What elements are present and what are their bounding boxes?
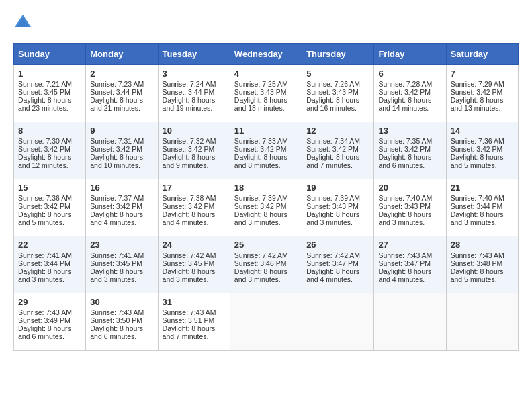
day-number: 15 — [18, 183, 81, 193]
sunset-text: Sunset: 3:42 PM — [378, 145, 441, 153]
calendar-day-cell — [230, 293, 302, 351]
day-number: 25 — [234, 240, 298, 250]
calendar-header-cell: Wednesday — [230, 44, 302, 65]
calendar-day-cell: 28Sunrise: 7:43 AMSunset: 3:48 PMDayligh… — [446, 236, 518, 293]
calendar-day-cell: 2Sunrise: 7:23 AMSunset: 3:44 PMDaylight… — [86, 65, 158, 122]
daylight-text: Daylight: 8 hours and 12 minutes. — [18, 153, 81, 169]
sunrise-text: Sunrise: 7:39 AM — [234, 194, 298, 202]
calendar-week-row: 1Sunrise: 7:21 AMSunset: 3:45 PMDaylight… — [14, 65, 519, 122]
sunrise-text: Sunrise: 7:36 AM — [451, 137, 514, 145]
calendar-day-cell: 8Sunrise: 7:30 AMSunset: 3:42 PMDaylight… — [14, 122, 86, 179]
calendar-day-cell: 30Sunrise: 7:43 AMSunset: 3:50 PMDayligh… — [86, 293, 158, 351]
sunset-text: Sunset: 3:42 PM — [378, 88, 441, 96]
day-number: 21 — [451, 183, 514, 193]
sunrise-text: Sunrise: 7:41 AM — [18, 251, 81, 259]
sunset-text: Sunset: 3:42 PM — [234, 202, 298, 210]
day-number: 3 — [163, 68, 226, 79]
daylight-text: Daylight: 8 hours and 3 minutes. — [234, 267, 298, 283]
sunrise-text: Sunrise: 7:25 AM — [234, 80, 298, 88]
sunrise-text: Sunrise: 7:43 AM — [451, 251, 514, 259]
sunset-text: Sunset: 3:42 PM — [234, 145, 298, 153]
calendar-header-cell: Tuesday — [158, 44, 230, 65]
calendar-header-row: SundayMondayTuesdayWednesdayThursdayFrid… — [14, 44, 519, 65]
day-number: 26 — [306, 240, 369, 250]
day-number: 9 — [90, 126, 153, 136]
calendar-day-cell: 25Sunrise: 7:42 AMSunset: 3:46 PMDayligh… — [230, 236, 302, 293]
day-number: 14 — [451, 126, 514, 136]
sunset-text: Sunset: 3:42 PM — [163, 202, 226, 210]
daylight-text: Daylight: 8 hours and 7 minutes. — [306, 153, 369, 169]
sunrise-text: Sunrise: 7:39 AM — [306, 194, 369, 202]
day-number: 24 — [163, 240, 226, 250]
sunrise-text: Sunrise: 7:29 AM — [451, 80, 514, 88]
day-number: 18 — [234, 183, 298, 193]
day-number: 8 — [18, 126, 81, 136]
sunrise-text: Sunrise: 7:43 AM — [378, 251, 441, 259]
daylight-text: Daylight: 8 hours and 21 minutes. — [90, 96, 153, 112]
calendar-day-cell: 26Sunrise: 7:42 AMSunset: 3:47 PMDayligh… — [302, 236, 374, 293]
calendar-header-cell: Friday — [374, 44, 446, 65]
sunset-text: Sunset: 3:43 PM — [234, 88, 298, 96]
sunset-text: Sunset: 3:45 PM — [163, 259, 226, 267]
calendar-day-cell: 29Sunrise: 7:43 AMSunset: 3:49 PMDayligh… — [14, 293, 86, 351]
sunrise-text: Sunrise: 7:40 AM — [451, 194, 514, 202]
calendar-day-cell: 19Sunrise: 7:39 AMSunset: 3:43 PMDayligh… — [302, 179, 374, 236]
calendar-day-cell: 11Sunrise: 7:33 AMSunset: 3:42 PMDayligh… — [230, 122, 302, 179]
header — [13, 13, 519, 32]
calendar-header-cell: Saturday — [446, 44, 518, 65]
calendar-day-cell — [302, 293, 374, 351]
daylight-text: Daylight: 8 hours and 4 minutes. — [378, 267, 441, 283]
calendar-table: SundayMondayTuesdayWednesdayThursdayFrid… — [13, 43, 519, 351]
daylight-text: Daylight: 8 hours and 19 minutes. — [163, 96, 226, 112]
calendar-day-cell: 23Sunrise: 7:41 AMSunset: 3:45 PMDayligh… — [86, 236, 158, 293]
calendar-day-cell: 4Sunrise: 7:25 AMSunset: 3:43 PMDaylight… — [230, 65, 302, 122]
daylight-text: Daylight: 8 hours and 18 minutes. — [234, 96, 298, 112]
day-number: 19 — [306, 183, 369, 193]
day-number: 31 — [163, 297, 226, 307]
daylight-text: Daylight: 8 hours and 9 minutes. — [163, 153, 226, 169]
sunset-text: Sunset: 3:46 PM — [234, 259, 298, 267]
daylight-text: Daylight: 8 hours and 5 minutes. — [451, 267, 514, 283]
sunrise-text: Sunrise: 7:38 AM — [163, 194, 226, 202]
sunrise-text: Sunrise: 7:31 AM — [90, 137, 153, 145]
sunrise-text: Sunrise: 7:26 AM — [306, 80, 369, 88]
sunrise-text: Sunrise: 7:41 AM — [90, 251, 153, 259]
calendar-header-cell: Thursday — [302, 44, 374, 65]
sunrise-text: Sunrise: 7:32 AM — [163, 137, 226, 145]
day-number: 12 — [306, 126, 369, 136]
sunrise-text: Sunrise: 7:23 AM — [90, 80, 153, 88]
day-number: 5 — [306, 68, 369, 79]
calendar-day-cell: 7Sunrise: 7:29 AMSunset: 3:42 PMDaylight… — [446, 65, 518, 122]
day-number: 17 — [163, 183, 226, 193]
sunrise-text: Sunrise: 7:40 AM — [378, 194, 441, 202]
day-number: 16 — [90, 183, 153, 193]
calendar-day-cell: 20Sunrise: 7:40 AMSunset: 3:43 PMDayligh… — [374, 179, 446, 236]
daylight-text: Daylight: 8 hours and 23 minutes. — [18, 96, 81, 112]
logo — [13, 13, 34, 32]
calendar-day-cell: 13Sunrise: 7:35 AMSunset: 3:42 PMDayligh… — [374, 122, 446, 179]
day-number: 6 — [378, 68, 441, 79]
day-number: 29 — [18, 297, 81, 307]
daylight-text: Daylight: 8 hours and 6 minutes. — [90, 324, 153, 340]
calendar-day-cell: 16Sunrise: 7:37 AMSunset: 3:42 PMDayligh… — [86, 179, 158, 236]
day-number: 13 — [378, 126, 441, 136]
sunset-text: Sunset: 3:42 PM — [90, 202, 153, 210]
daylight-text: Daylight: 8 hours and 4 minutes. — [306, 267, 369, 283]
sunrise-text: Sunrise: 7:36 AM — [18, 194, 81, 202]
sunset-text: Sunset: 3:42 PM — [451, 88, 514, 96]
daylight-text: Daylight: 8 hours and 8 minutes. — [234, 153, 298, 169]
calendar-week-row: 22Sunrise: 7:41 AMSunset: 3:44 PMDayligh… — [14, 236, 519, 293]
sunset-text: Sunset: 3:42 PM — [18, 145, 81, 153]
sunset-text: Sunset: 3:51 PM — [163, 316, 226, 324]
sunset-text: Sunset: 3:42 PM — [451, 145, 514, 153]
calendar-week-row: 29Sunrise: 7:43 AMSunset: 3:49 PMDayligh… — [14, 293, 519, 351]
sunrise-text: Sunrise: 7:24 AM — [163, 80, 226, 88]
sunset-text: Sunset: 3:42 PM — [306, 145, 369, 153]
logo-icon — [13, 13, 32, 32]
sunset-text: Sunset: 3:44 PM — [18, 259, 81, 267]
day-number: 7 — [451, 68, 514, 79]
sunset-text: Sunset: 3:43 PM — [306, 202, 369, 210]
daylight-text: Daylight: 8 hours and 3 minutes. — [90, 267, 153, 283]
sunset-text: Sunset: 3:48 PM — [451, 259, 514, 267]
calendar-day-cell: 17Sunrise: 7:38 AMSunset: 3:42 PMDayligh… — [158, 179, 230, 236]
